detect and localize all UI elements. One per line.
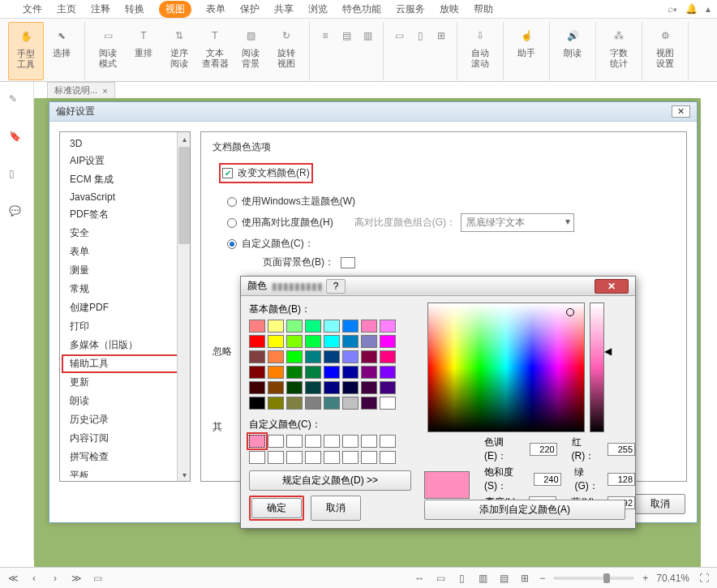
basic-swatch[interactable]: [249, 381, 265, 394]
zoom-slider[interactable]: [553, 577, 634, 580]
tab-home[interactable]: 主页: [57, 2, 76, 16]
assistant-button[interactable]: ☝助手: [509, 22, 544, 80]
basic-swatch[interactable]: [324, 381, 340, 394]
layout-icon-1[interactable]: ≡: [315, 25, 336, 46]
basic-swatch[interactable]: [268, 335, 284, 348]
scroll-thumb[interactable]: [178, 147, 190, 244]
read-mode-button[interactable]: ▭阅读 模式: [90, 22, 126, 80]
pref-category-item[interactable]: 更新: [62, 373, 188, 392]
tab-share[interactable]: 共享: [274, 2, 294, 16]
pref-category-item[interactable]: 历史记录: [62, 410, 188, 429]
custom-swatch[interactable]: [249, 435, 265, 448]
basic-swatch[interactable]: [342, 381, 358, 394]
color-close-button[interactable]: ✕: [595, 279, 629, 294]
custom-swatch[interactable]: [380, 451, 396, 464]
basic-swatch[interactable]: [249, 320, 265, 333]
basic-swatch[interactable]: [305, 320, 321, 333]
hc-combo[interactable]: 黑底绿字文本: [461, 213, 574, 232]
basic-swatch[interactable]: [268, 397, 284, 410]
color-ok-button[interactable]: 确定: [251, 498, 302, 518]
basic-swatch[interactable]: [380, 350, 396, 363]
custom-swatch[interactable]: [380, 435, 396, 448]
tab-features[interactable]: 特色功能: [342, 2, 381, 16]
layout-icon-2[interactable]: ▤: [336, 25, 357, 46]
basic-swatch[interactable]: [361, 381, 377, 394]
pencil-icon[interactable]: ✎: [9, 93, 25, 109]
luminance-bar[interactable]: ◀: [590, 303, 604, 432]
help-button[interactable]: ?: [326, 279, 346, 294]
basic-swatch[interactable]: [380, 397, 396, 410]
red-input[interactable]: [608, 443, 635, 456]
pref-category-item[interactable]: JavaScript: [62, 189, 188, 205]
basic-swatch[interactable]: [324, 397, 340, 410]
basic-swatch[interactable]: [324, 350, 340, 363]
add-to-custom-button[interactable]: 添加到自定义颜色(A): [424, 500, 625, 520]
basic-swatch[interactable]: [249, 335, 265, 348]
pref-category-item[interactable]: 平板: [62, 466, 188, 478]
thumbnail-icon[interactable]: ⊞: [518, 572, 531, 585]
custom-swatch[interactable]: [286, 451, 303, 464]
reverse-read-button[interactable]: ⇅逆序 阅读: [161, 22, 197, 80]
basic-swatch[interactable]: [249, 366, 265, 379]
basic-swatch[interactable]: [380, 381, 396, 394]
text-viewer-button[interactable]: T文本 查看器: [197, 22, 233, 80]
custom-swatch[interactable]: [342, 451, 358, 464]
use-win-theme-radio[interactable]: 使用Windows主题颜色(W): [227, 195, 675, 208]
pref-category-item[interactable]: 辅助工具: [62, 354, 188, 373]
fit-page-icon[interactable]: ▭: [434, 572, 447, 585]
layout-icon-5[interactable]: ▯: [410, 25, 431, 46]
basic-swatch[interactable]: [286, 320, 303, 333]
custom-swatch[interactable]: [268, 435, 284, 448]
last-page-icon[interactable]: ≫: [70, 572, 83, 585]
basic-swatch[interactable]: [268, 381, 284, 394]
tab-form[interactable]: 表单: [206, 2, 225, 16]
fit-width-icon[interactable]: ↔: [413, 572, 426, 585]
basic-swatch[interactable]: [286, 381, 303, 394]
bookmark-icon[interactable]: 🔖: [9, 131, 25, 147]
change-doc-colors-checkbox[interactable]: ✔ 改变文档颜色(R): [219, 163, 313, 183]
pref-category-item[interactable]: 内容订阅: [62, 429, 188, 448]
custom-swatch[interactable]: [268, 451, 284, 464]
custom-swatch[interactable]: [286, 435, 303, 448]
basic-swatch[interactable]: [305, 350, 321, 363]
basic-swatch[interactable]: [268, 366, 284, 379]
zoom-thumb[interactable]: [603, 573, 610, 583]
layout-icon-4[interactable]: ▭: [389, 25, 410, 46]
prev-page-icon[interactable]: ‹: [28, 572, 41, 585]
tab-convert[interactable]: 转换: [125, 2, 144, 16]
basic-swatch[interactable]: [249, 350, 265, 363]
rotate-view-button[interactable]: ↻旋转 视图: [268, 22, 304, 80]
sat-input[interactable]: [534, 473, 561, 486]
read-aloud-button[interactable]: 🔊朗读: [555, 22, 590, 80]
zoom-value[interactable]: 70.41%: [656, 573, 689, 584]
page-bg-swatch[interactable]: [341, 257, 355, 268]
page-layout-icon[interactable]: ▭: [91, 572, 104, 585]
bell-icon[interactable]: 🔔: [685, 3, 698, 15]
pref-category-item[interactable]: 测量: [62, 261, 188, 280]
custom-swatch[interactable]: [342, 435, 358, 448]
next-page-icon[interactable]: ›: [49, 572, 62, 585]
tab-comment[interactable]: 注释: [91, 2, 110, 16]
pref-category-item[interactable]: 3D: [62, 135, 188, 152]
tab-file[interactable]: 文件: [23, 2, 42, 16]
basic-swatch[interactable]: [361, 320, 377, 333]
basic-swatch[interactable]: [380, 335, 396, 348]
pref-category-item[interactable]: 安全: [62, 224, 188, 242]
tab-cloud[interactable]: 云服务: [396, 2, 425, 16]
view-settings-button[interactable]: ⚙视图 设置: [647, 22, 683, 80]
scroll-down-icon[interactable]: ▾: [178, 468, 191, 481]
custom-swatch[interactable]: [305, 435, 321, 448]
close-icon[interactable]: ×: [102, 86, 107, 96]
tab-present[interactable]: 放映: [440, 2, 459, 16]
fullscreen-icon[interactable]: ⛶: [698, 572, 711, 585]
lum-arrow-icon[interactable]: ◀: [604, 346, 612, 357]
word-count-button[interactable]: ⁂字数 统计: [601, 22, 637, 80]
search-icon[interactable]: ⌕▾: [668, 3, 677, 15]
pref-category-item[interactable]: AIP设置: [62, 152, 188, 170]
select-button[interactable]: ⬉ 选择: [44, 22, 79, 80]
use-high-contrast-radio[interactable]: 使用高对比度颜色(H) 高对比度颜色组合(G)： 黑底绿字文本: [227, 213, 675, 232]
rearrange-button[interactable]: T重排: [126, 22, 161, 80]
basic-swatch[interactable]: [305, 381, 321, 394]
basic-swatch[interactable]: [286, 350, 303, 363]
layout-icon-3[interactable]: ▥: [357, 25, 378, 46]
